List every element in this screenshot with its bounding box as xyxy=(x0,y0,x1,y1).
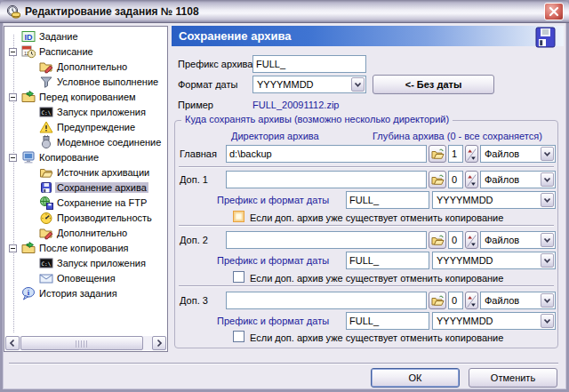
chevron-down-icon[interactable] xyxy=(541,193,554,207)
tree-item-label: История задания xyxy=(37,288,119,299)
depth-input-extra1[interactable] xyxy=(448,171,463,188)
tree-item-14[interactable]: После копирования xyxy=(5,241,166,256)
warning-icon xyxy=(39,120,53,134)
ok-button[interactable]: ОК xyxy=(371,368,460,388)
directory-input-extra2[interactable] xyxy=(226,231,427,249)
tree-item-9[interactable]: Источник архивации xyxy=(5,165,166,180)
column-header-directory: Директория архива xyxy=(231,131,319,142)
cancel-if-exists-label: Если доп. архив уже существует отменить … xyxy=(250,273,503,284)
spin-updown-icon xyxy=(466,147,477,163)
directory-input-extra3[interactable] xyxy=(226,292,427,309)
directory-input-extra1[interactable] xyxy=(226,171,427,188)
storage-row-label: Доп. 3 xyxy=(180,295,208,307)
date-format-combobox-extra2[interactable]: YYYYMMDD xyxy=(432,252,556,269)
prefix-date-label: Префикс и формат даты xyxy=(217,255,329,267)
console-icon: C:\ xyxy=(39,256,53,270)
tree-item-1[interactable]: 12Расписание xyxy=(5,44,166,60)
scroll-left-button[interactable] xyxy=(5,336,20,350)
history-icon: i xyxy=(21,286,36,300)
tree-item-6[interactable]: Предупреждение xyxy=(5,120,166,135)
tree-item-15[interactable]: C:\Запуск приложения xyxy=(5,256,166,271)
tree-item-12[interactable]: Производительность xyxy=(5,211,166,226)
prefix-input-extra3[interactable] xyxy=(346,312,429,330)
tree-item-13[interactable]: Дополнительно xyxy=(5,226,166,241)
performance-icon xyxy=(39,211,53,225)
unit-combobox-extra1[interactable]: Файлов xyxy=(480,171,556,188)
column-header-depth: Глубина архива (0 - все сохраняется) xyxy=(373,131,542,142)
unit-combobox-extra3[interactable]: Файлов xyxy=(480,292,556,309)
row-separator xyxy=(179,166,554,167)
chevron-down-icon[interactable] xyxy=(541,147,554,161)
tree-expander-icon[interactable] xyxy=(9,244,17,252)
tree-item-10[interactable]: Сохранение архива xyxy=(5,180,166,196)
spin-updown-button[interactable] xyxy=(465,171,478,188)
tree-item-8[interactable]: Копирование xyxy=(5,150,166,165)
prefix-date-label: Префикс и формат даты xyxy=(217,195,329,206)
tree-item-16[interactable]: Оповещения xyxy=(5,271,166,286)
tree-item-label: Дополнительно xyxy=(55,61,129,72)
unit-combobox-extra2[interactable]: Файлов xyxy=(480,231,556,249)
spin-updown-button[interactable] xyxy=(465,292,478,309)
unit-combobox-main[interactable]: Файлов xyxy=(480,145,556,163)
browse-folder-button[interactable] xyxy=(429,231,446,249)
tree-expander-icon[interactable] xyxy=(9,48,17,56)
combobox-value: YYYYMMDD xyxy=(437,316,493,326)
spin-updown-button[interactable] xyxy=(465,231,478,249)
tree-item-4[interactable]: Перед копированием xyxy=(5,90,166,105)
spin-updown-button[interactable] xyxy=(465,145,478,163)
chevron-down-icon[interactable] xyxy=(351,77,365,92)
tree-item-0[interactable]: IDЗадание xyxy=(5,29,166,44)
date-format-combobox[interactable]: YYYYMMDD xyxy=(252,76,366,93)
date-format-combobox-extra3[interactable]: YYYYMMDD xyxy=(432,312,556,330)
directory-input-main[interactable] xyxy=(226,145,427,163)
tree-item-3[interactable]: Условное выполнение xyxy=(5,75,166,90)
depth-input-main[interactable] xyxy=(448,145,463,163)
browse-folder-button[interactable] xyxy=(429,171,446,188)
cancel-button[interactable]: Отменить xyxy=(469,368,557,388)
tree-expander-icon[interactable] xyxy=(9,154,17,162)
tree-item-7[interactable]: Модемное соединение xyxy=(5,135,166,150)
tree-item-5[interactable]: C:\Запуск приложения xyxy=(5,105,166,120)
combobox-value: Файлов xyxy=(485,235,519,245)
close-button[interactable] xyxy=(544,3,564,20)
floppy-disk-icon xyxy=(534,26,557,49)
scrollbar-grip xyxy=(76,340,88,348)
folder-open-icon xyxy=(429,173,445,188)
depth-input-extra2[interactable] xyxy=(448,231,463,249)
chevron-right-icon xyxy=(153,337,165,349)
tree-item-label: Копирование xyxy=(37,152,100,163)
cancel-if-exists-label: Если доп. архив уже существует отменить … xyxy=(250,332,503,344)
tree-item-11[interactable]: Сохранение на FTP xyxy=(5,196,166,211)
cancel-if-exists-checkbox-extra3[interactable] xyxy=(233,331,244,342)
row-separator xyxy=(179,285,554,286)
id-icon: ID xyxy=(21,29,36,44)
computer-icon xyxy=(21,150,36,164)
date-format-combobox-extra1[interactable]: YYYYMMDD xyxy=(432,191,556,209)
task-tree-panel: IDЗадание12РасписаниеДополнительноУсловн… xyxy=(4,26,168,352)
prefix-input[interactable] xyxy=(252,55,366,73)
tree-item-label: Запуск приложения xyxy=(55,107,148,117)
cancel-if-exists-checkbox-extra2[interactable] xyxy=(233,271,244,283)
prefix-input-extra2[interactable] xyxy=(346,252,429,269)
cancel-if-exists-checkbox-extra1[interactable] xyxy=(233,211,244,222)
prefix-input-extra1[interactable] xyxy=(346,191,429,209)
scroll-right-button[interactable] xyxy=(152,336,166,350)
chevron-down-icon[interactable] xyxy=(541,253,554,268)
chevron-down-icon[interactable] xyxy=(541,172,554,187)
browse-folder-button[interactable] xyxy=(429,292,446,309)
depth-input-extra3[interactable] xyxy=(448,292,463,309)
no-date-button[interactable]: <- Без даты xyxy=(373,75,494,94)
scrollbar-thumb[interactable] xyxy=(20,336,143,350)
prefix-label: Префикс архива xyxy=(178,59,252,70)
tree-item-2[interactable]: Дополнительно xyxy=(5,60,166,75)
chevron-down-icon[interactable] xyxy=(541,233,554,247)
folder-open-icon xyxy=(429,148,445,162)
chevron-down-icon[interactable] xyxy=(541,314,554,328)
tree-horizontal-scrollbar[interactable] xyxy=(5,336,166,350)
browse-folder-button[interactable] xyxy=(429,145,446,163)
tree-expander-icon[interactable] xyxy=(9,93,17,101)
task-clock-icon xyxy=(6,4,20,19)
chevron-down-icon[interactable] xyxy=(541,293,554,308)
chevron-left-icon xyxy=(6,337,19,349)
tree-item-17[interactable]: iИстория задания xyxy=(5,286,166,301)
